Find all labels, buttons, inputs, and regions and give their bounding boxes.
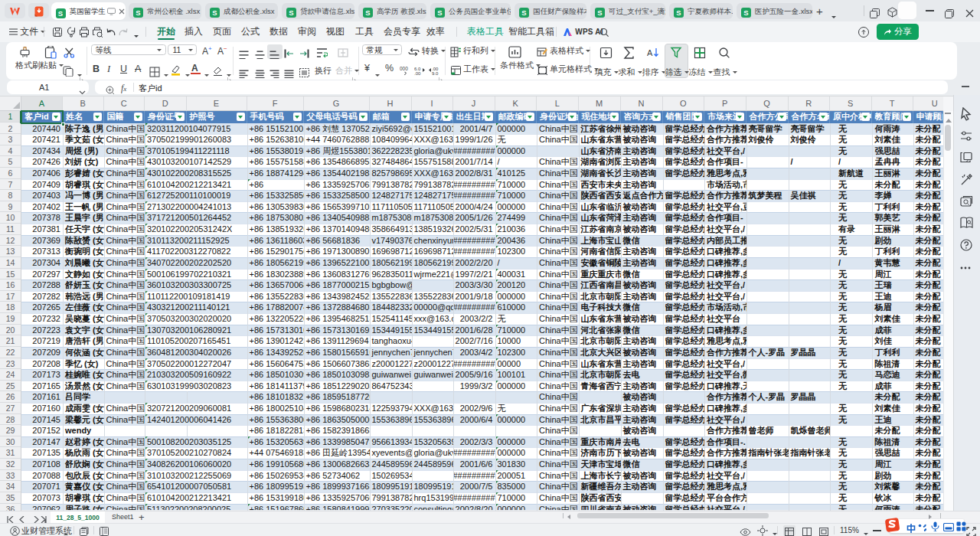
svg-text:.00: .00 bbox=[414, 71, 421, 75]
svg-text:.00: .00 bbox=[432, 67, 439, 71]
svg-text:A: A bbox=[647, 48, 653, 57]
svg-text:000: 000 bbox=[400, 66, 408, 71]
svg-text:6.0: 6.0 bbox=[414, 67, 421, 71]
svg-text:9.0: 9.0 bbox=[432, 71, 439, 75]
